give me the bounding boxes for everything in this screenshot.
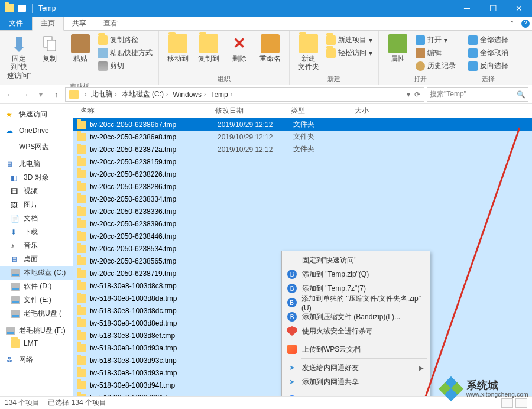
sidebar-lmt[interactable]: LMT bbox=[0, 337, 73, 349]
tab-home[interactable]: 主页 bbox=[32, 17, 64, 31]
ctx-send-intranet[interactable]: ➤发送给内网通好友▶ bbox=[283, 361, 429, 375]
recent-dropdown[interactable]: ▾ bbox=[34, 88, 47, 101]
file-row[interactable]: tw-20cc-2050-6238226.tmp bbox=[73, 168, 532, 180]
group-organize: 组织 bbox=[164, 73, 284, 83]
new-item-button[interactable]: 新建项目 ▾ bbox=[325, 34, 374, 46]
tab-view[interactable]: 查看 bbox=[95, 17, 126, 30]
copy-to-button[interactable]: 复制到 bbox=[194, 33, 223, 64]
sidebar-quick-access[interactable]: ★快速访问 bbox=[0, 108, 73, 121]
paste-button[interactable]: 粘贴 bbox=[66, 33, 95, 64]
sidebar-local-c[interactable]: 本地磁盘 (C:) bbox=[0, 266, 73, 280]
ctx-add-intranet[interactable]: ➤添加到内网通共享 bbox=[283, 375, 429, 389]
maximize-button[interactable]: ☐ bbox=[480, 0, 506, 17]
file-row[interactable]: tw-20cc-2050-623872a.tmp2019/10/29 12:12… bbox=[73, 143, 532, 155]
ctx-add-bandizip[interactable]: B添加到压缩文件 (Bandizip)(L)... bbox=[283, 310, 429, 324]
folder-icon bbox=[77, 121, 86, 129]
select-none-button[interactable]: 全部取消 bbox=[467, 47, 510, 59]
back-button[interactable]: ← bbox=[4, 88, 17, 101]
open-button[interactable]: 打开 ▾ bbox=[414, 34, 457, 46]
history-button[interactable]: 历史记录 bbox=[414, 60, 457, 72]
ctx-baidu-upload[interactable]: 上传到百度网盘 bbox=[283, 393, 429, 396]
sidebar-soft-d[interactable]: 软件 (D:) bbox=[0, 280, 73, 293]
file-name: tw-20cc-2050-6238226.tmp bbox=[90, 170, 218, 178]
paste-shortcut-button[interactable]: 粘贴快捷方式 bbox=[97, 47, 154, 59]
sidebar-onedrive[interactable]: ☁OneDrive bbox=[0, 125, 73, 137]
folder-icon bbox=[77, 170, 86, 178]
file-name: tw-20cc-2050-623872a.tmp bbox=[90, 145, 218, 154]
folder-icon bbox=[77, 245, 86, 253]
sidebar-desktop[interactable]: 🖥桌面 bbox=[0, 252, 73, 266]
properties-button[interactable]: 属性 bbox=[384, 33, 412, 64]
search-input[interactable]: 搜索"Temp" 🔍 bbox=[427, 87, 528, 102]
pin-quick-button[interactable]: 固定到"快 速访问" bbox=[5, 33, 33, 81]
minimize-button[interactable]: ─ bbox=[454, 0, 480, 17]
easy-access-button[interactable]: 轻松访问 ▾ bbox=[325, 47, 374, 59]
tab-file[interactable]: 文件 bbox=[0, 17, 32, 30]
ctx-huorong-scan[interactable]: 使用火绒安全进行杀毒 bbox=[283, 324, 429, 338]
new-folder-button[interactable]: 新建 文件夹 bbox=[294, 33, 323, 73]
group-open: 打开 bbox=[384, 73, 457, 83]
file-row[interactable]: tw-20cc-2050-6238286.tmp bbox=[73, 180, 532, 193]
sidebar-videos[interactable]: 🎞视频 bbox=[0, 184, 73, 198]
cut-button[interactable]: 剪切 bbox=[97, 60, 154, 72]
file-name: tw-518-30e8-1003d8dc.tmp bbox=[90, 307, 218, 315]
col-type[interactable]: 类型 bbox=[287, 106, 351, 116]
copy-path-button[interactable]: 复制路径 bbox=[97, 34, 154, 46]
move-to-button[interactable]: 移动到 bbox=[164, 33, 192, 64]
dropdown-icon[interactable]: ▾ bbox=[407, 90, 410, 99]
col-size[interactable]: 大小 bbox=[351, 106, 398, 116]
ribbon-collapse-icon[interactable]: ⌃ bbox=[505, 17, 519, 30]
invert-selection-button[interactable]: 反向选择 bbox=[467, 60, 510, 72]
edit-button[interactable]: 编辑 bbox=[414, 47, 457, 59]
delete-button[interactable]: ✕删除 bbox=[225, 33, 254, 64]
folder-icon bbox=[77, 207, 86, 216]
sidebar-lmt-udisk[interactable]: 老毛桃U盘 ( bbox=[0, 307, 73, 320]
refresh-icon[interactable]: ⟳ bbox=[414, 90, 420, 99]
sidebar-3d-objects[interactable]: ◧3D 对象 bbox=[0, 171, 73, 184]
file-row[interactable]: tw-20cc-2050-62386b7.tmp2019/10/29 12:12… bbox=[73, 118, 532, 131]
col-date[interactable]: 修改日期 bbox=[212, 106, 287, 116]
ctx-add-zip[interactable]: B添加到 "Temp.zip"(Q) bbox=[283, 267, 429, 281]
forward-button[interactable]: → bbox=[19, 88, 32, 101]
file-name: tw-518-30e8-1003d94f.tmp bbox=[90, 381, 218, 389]
sidebar-this-pc[interactable]: 🖥此电脑 bbox=[0, 157, 73, 171]
ctx-pin-quick[interactable]: 固定到"快速访问" bbox=[283, 253, 429, 267]
copy-button[interactable]: 复制 bbox=[35, 33, 64, 64]
rename-button[interactable]: 重命名 bbox=[256, 33, 284, 64]
file-name: tw-20cc-2050-6238396.tmp bbox=[90, 220, 218, 228]
address-bar[interactable]: › 此电脑› 本地磁盘 (C:)› Windows› Temp› ▾ ⟳ bbox=[65, 87, 424, 102]
ctx-add-separate[interactable]: B添加到单独的 "压缩文件/文件夹名.zip"(U) bbox=[283, 296, 429, 310]
file-row[interactable]: tw-20cc-2050-6238159.tmp bbox=[73, 155, 532, 168]
tab-share[interactable]: 共享 bbox=[64, 17, 95, 30]
sidebar-wps[interactable]: WPS网盘 bbox=[0, 140, 73, 154]
file-row[interactable]: tw-20cc-2050-6238336.tmp bbox=[73, 205, 532, 218]
qat-icon[interactable] bbox=[18, 5, 26, 12]
column-headers[interactable]: 名称 修改日期 类型 大小 bbox=[73, 104, 532, 118]
folder-icon bbox=[77, 232, 86, 241]
file-name: tw-20cc-2050-6238159.tmp bbox=[90, 158, 218, 166]
file-name: tw-20cc-2050-62386b7.tmp bbox=[90, 121, 218, 129]
sidebar-music[interactable]: ♪音乐 bbox=[0, 239, 73, 252]
sidebar-network[interactable]: 🖧网络 bbox=[0, 353, 73, 366]
separator bbox=[301, 358, 427, 359]
sidebar-downloads[interactable]: ⬇下载 bbox=[0, 225, 73, 239]
file-row[interactable]: tw-20cc-2050-6238446.tmp bbox=[73, 230, 532, 242]
select-all-button[interactable]: 全部选择 bbox=[467, 34, 510, 46]
sidebar-pictures[interactable]: 🖼图片 bbox=[0, 198, 73, 212]
watermark-url: www.xitongcheng.com bbox=[466, 391, 528, 398]
col-name[interactable]: 名称 bbox=[77, 106, 212, 116]
sidebar-lmt-udisk2[interactable]: 老毛桃U盘 (F:) bbox=[0, 324, 73, 337]
folder-icon bbox=[77, 158, 86, 166]
close-button[interactable]: ✕ bbox=[506, 0, 532, 17]
up-button[interactable]: ↑ bbox=[50, 88, 63, 101]
sidebar-documents[interactable]: 📄文档 bbox=[0, 212, 73, 225]
sidebar-file-e[interactable]: 文件 (E:) bbox=[0, 293, 73, 307]
ctx-wps-cloud[interactable]: 上传到WPS云文档 bbox=[283, 342, 429, 356]
file-row[interactable]: tw-20cc-2050-6238396.tmp bbox=[73, 218, 532, 230]
file-name: tw-518-30e8-1003d8da.tmp bbox=[90, 294, 218, 303]
folder-icon bbox=[77, 294, 86, 303]
file-row[interactable]: tw-20cc-2050-6238334.tmp bbox=[73, 193, 532, 205]
help-button[interactable]: ? bbox=[519, 17, 532, 30]
file-row[interactable]: tw-20cc-2050-62386e8.tmp2019/10/29 12:12… bbox=[73, 131, 532, 143]
folder-icon bbox=[77, 332, 86, 340]
